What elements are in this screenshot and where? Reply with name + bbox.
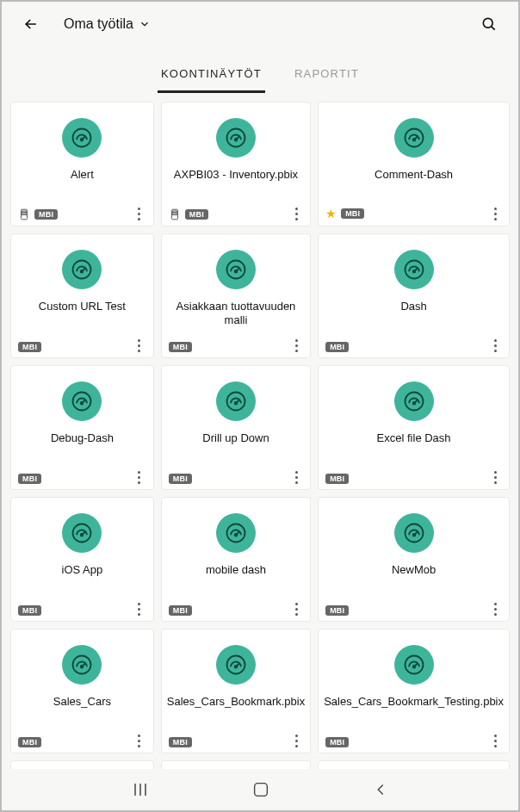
svg-rect-5 bbox=[22, 211, 27, 213]
tab-bar: KOONTINÄYTÖT RAPORTIT bbox=[2, 43, 518, 93]
card-footer: MBI bbox=[325, 342, 504, 352]
card-footer: MBI bbox=[169, 737, 305, 747]
back-nav-button[interactable] bbox=[371, 780, 390, 799]
mbi-badge: MBI bbox=[169, 342, 192, 352]
card-more-button[interactable] bbox=[486, 600, 504, 617]
mbi-badge: MBI bbox=[18, 737, 41, 747]
gauge-icon bbox=[394, 118, 434, 158]
card-footer: MBI bbox=[18, 737, 148, 747]
dashboard-card[interactable]: Excel file DashMBI bbox=[318, 365, 510, 490]
recent-apps-button[interactable] bbox=[130, 779, 151, 800]
mbi-badge: MBI bbox=[18, 605, 41, 616]
card-title: mobile dash bbox=[201, 563, 271, 577]
svg-rect-6 bbox=[22, 214, 27, 215]
card-more-button[interactable] bbox=[486, 732, 504, 749]
tab-reports[interactable]: RAPORTIT bbox=[291, 60, 362, 93]
gauge-icon bbox=[216, 118, 256, 158]
svg-point-1 bbox=[73, 129, 91, 147]
card-more-button[interactable] bbox=[288, 600, 305, 617]
card-footer: MBI bbox=[169, 605, 305, 616]
mbi-badge: MBI bbox=[34, 209, 58, 220]
card-more-button[interactable] bbox=[131, 468, 148, 486]
svg-point-40 bbox=[405, 524, 423, 542]
card-footer: MBI bbox=[169, 342, 305, 352]
dashboard-card[interactable]: Comment-Dash★MBI bbox=[318, 102, 510, 226]
gauge-icon bbox=[62, 381, 102, 421]
svg-rect-55 bbox=[255, 784, 268, 797]
svg-rect-12 bbox=[172, 214, 176, 215]
svg-point-16 bbox=[73, 261, 91, 279]
mbi-badge: MBI bbox=[18, 474, 41, 484]
workspace-dropdown[interactable]: Oma työtila bbox=[64, 16, 151, 32]
back-nav-icon bbox=[371, 780, 390, 799]
card-footer: MBI bbox=[325, 605, 504, 616]
dashboard-grid: AlertMBIAXPBI03 - Inventory.pbixMBIComme… bbox=[10, 102, 510, 769]
dashboard-card[interactable]: mobile dashMBI bbox=[161, 497, 311, 622]
dashboard-card[interactable]: Sales_Cars_Bookmark.pbixMBI bbox=[161, 629, 311, 753]
mbi-badge: MBI bbox=[169, 474, 192, 484]
svg-point-43 bbox=[73, 656, 91, 674]
dashboard-card[interactable]: Sales_Cars_Bookmark_Testing.pbixMBI bbox=[318, 629, 510, 753]
card-footer: MBI bbox=[325, 474, 504, 484]
dashboard-card[interactable]: NewMobMBI bbox=[318, 497, 510, 622]
dashboard-card[interactable]: iOS AppMBI bbox=[10, 497, 154, 622]
card-title: Custom URL Test bbox=[34, 300, 131, 313]
tab-dashboards[interactable]: KOONTINÄYTÖT bbox=[158, 60, 265, 93]
mbi-badge: MBI bbox=[169, 605, 192, 616]
home-button[interactable] bbox=[251, 780, 270, 799]
dashboard-card[interactable]: AlertMBI bbox=[10, 102, 154, 226]
dashboard-card[interactable] bbox=[318, 760, 510, 769]
card-more-button[interactable] bbox=[288, 205, 305, 222]
chevron-down-icon bbox=[139, 18, 151, 30]
dashboard-card[interactable]: Debug-DashMBI bbox=[10, 365, 154, 490]
mbi-badge: MBI bbox=[341, 208, 364, 219]
dashboard-card[interactable]: Custom URL TestMBI bbox=[10, 233, 154, 358]
recent-icon bbox=[130, 779, 151, 800]
card-title: Drill up Down bbox=[197, 431, 274, 445]
card-more-button[interactable] bbox=[131, 732, 148, 749]
card-more-button[interactable] bbox=[131, 337, 148, 354]
dashboard-card[interactable]: AXPBI03 - Inventory.pbixMBI bbox=[161, 102, 311, 226]
svg-point-46 bbox=[226, 656, 245, 674]
card-title: Asiakkaan tuottavuuden malli bbox=[162, 300, 310, 328]
card-title: AXPBI03 - Inventory.pbix bbox=[169, 168, 303, 182]
dashboard-card[interactable]: Drill up DownMBI bbox=[161, 365, 311, 490]
card-footer: MBI bbox=[18, 208, 148, 220]
svg-point-19 bbox=[226, 261, 245, 279]
card-footer: MBI bbox=[18, 474, 148, 484]
card-more-button[interactable] bbox=[486, 337, 504, 354]
back-arrow-icon bbox=[22, 15, 40, 33]
system-navbar bbox=[2, 769, 518, 810]
gauge-icon bbox=[62, 250, 102, 289]
dashboard-card[interactable]: DashMBI bbox=[318, 233, 510, 358]
app-header: Oma työtila bbox=[2, 2, 518, 43]
card-title: Alert bbox=[65, 168, 99, 182]
svg-point-25 bbox=[73, 393, 91, 411]
star-icon: ★ bbox=[325, 207, 337, 220]
card-title: Comment-Dash bbox=[369, 168, 458, 182]
card-more-button[interactable] bbox=[131, 600, 148, 617]
svg-point-31 bbox=[405, 393, 423, 411]
card-more-button[interactable] bbox=[288, 468, 305, 486]
dashboard-card[interactable] bbox=[161, 760, 311, 769]
card-title: Debug-Dash bbox=[46, 431, 119, 445]
card-footer: MBI bbox=[18, 605, 148, 616]
back-button[interactable] bbox=[19, 12, 43, 36]
card-title: Sales_Cars_Bookmark_Testing.pbix bbox=[319, 695, 509, 709]
card-more-button[interactable] bbox=[131, 205, 148, 222]
dashboard-card[interactable] bbox=[10, 760, 154, 769]
svg-point-37 bbox=[226, 524, 245, 542]
card-title: Sales_Cars bbox=[48, 695, 116, 709]
dashboard-card[interactable]: Sales_CarsMBI bbox=[10, 629, 154, 753]
search-button[interactable] bbox=[477, 12, 501, 36]
search-icon bbox=[480, 15, 498, 33]
svg-point-13 bbox=[405, 129, 423, 147]
card-more-button[interactable] bbox=[486, 468, 504, 486]
dashboard-card[interactable]: Asiakkaan tuottavuuden malliMBI bbox=[161, 233, 311, 358]
card-more-button[interactable] bbox=[486, 205, 504, 222]
mbi-badge: MBI bbox=[325, 737, 349, 747]
card-footer: MBI bbox=[169, 474, 305, 484]
card-more-button[interactable] bbox=[288, 337, 305, 354]
gauge-icon bbox=[394, 513, 434, 553]
card-more-button[interactable] bbox=[288, 732, 305, 749]
